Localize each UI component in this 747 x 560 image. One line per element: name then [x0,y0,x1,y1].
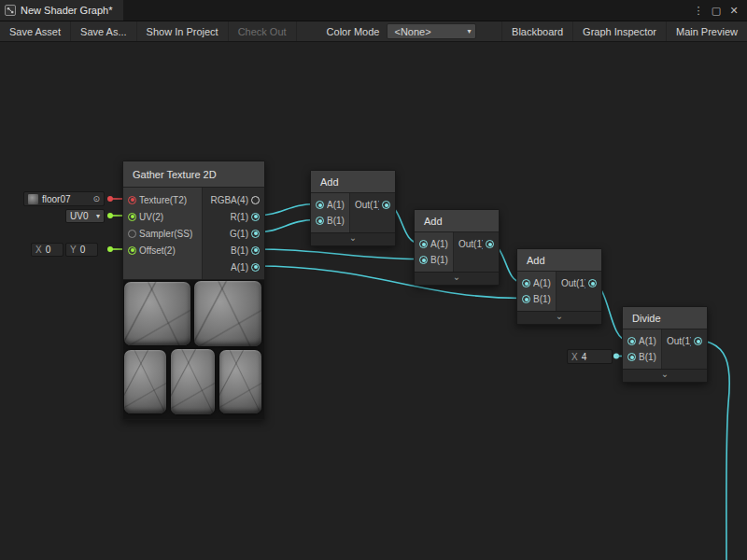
port-row-b: B(1) [517,291,556,307]
sampler-input-label: Sampler(SS) [139,229,192,239]
save-asset-button[interactable]: Save Asset [0,21,71,41]
rgba-output-port[interactable] [251,196,260,204]
port-row-offset: Offset(2) [123,242,202,259]
window-title: New Shader Graph* [21,5,112,16]
divide-b-connector-dot[interactable] [613,354,619,359]
divide-b-label: B(1) [639,352,656,362]
add3-a-input-port[interactable] [522,279,530,287]
texture-connector-dot[interactable] [107,196,113,202]
divide-a-label: A(1) [639,336,656,346]
uv-connector-dot[interactable] [107,213,113,218]
port-row-out: Out(1) [454,236,499,252]
uv-input-port[interactable] [128,213,136,221]
r-output-label: R(1) [231,212,248,222]
add1-output-ports: Out(1) [349,193,395,232]
add2-collapse-chevron-icon[interactable]: ⌄ [415,272,499,285]
node-add-3[interactable]: Add A(1) B(1) Out(1) ⌄ [516,248,602,325]
divide-b-axis-label: X [571,352,578,362]
window-maximize-icon[interactable]: ▢ [709,5,724,17]
uv-channel-value: UV0 [70,211,88,221]
add1-collapse-chevron-icon[interactable]: ⌄ [311,232,395,245]
gather-input-ports: Texture(T2) UV(2) Sampler(SS) Offset(2) [123,188,202,279]
r-output-port[interactable] [251,213,260,221]
texture-preview [123,279,264,419]
port-row-a: A(1) [517,275,556,291]
add1-node-body: A(1) B(1) Out(1) [311,193,395,232]
divide-out-label: Out(1) [667,336,691,346]
uv-channel-dropdown[interactable]: UV0 ▾ [65,209,105,223]
add3-out-port[interactable] [588,279,597,287]
divide-collapse-chevron-icon[interactable]: ⌄ [623,369,707,382]
node-add-2[interactable]: Add A(1) B(1) Out(1) ⌄ [414,209,500,286]
add1-b-label: B(1) [327,216,345,226]
graph-inspector-toggle-button[interactable]: Graph Inspector [572,21,666,41]
add2-output-ports: Out(1) [453,232,499,272]
port-row-r: R(1) [203,208,264,225]
add2-b-label: B(1) [430,255,448,265]
add3-collapse-chevron-icon[interactable]: ⌄ [517,311,601,324]
port-row-b: B(1) [415,252,453,268]
window-tab[interactable]: New Shader Graph* [0,0,123,21]
node-add-1[interactable]: Add A(1) B(1) Out(1) ⌄ [310,170,396,246]
window-menu-icon[interactable]: ⋮ [691,5,706,17]
gather-node-title[interactable]: Gather Texture 2D [123,161,264,188]
offset-y-value: 0 [80,245,86,255]
dropdown-arrow-icon: ▾ [467,27,471,35]
offset-input-port[interactable] [128,246,136,255]
divide-b-input-port[interactable] [627,353,636,361]
show-in-project-button[interactable]: Show In Project [137,21,229,41]
sampler-input-port[interactable] [128,230,136,238]
offset-connector-dot[interactable] [107,246,113,252]
main-preview-toggle-button[interactable]: Main Preview [666,21,747,41]
port-row-uv: UV(2) [123,208,202,225]
divide-b-value: 4 [582,352,587,362]
g-output-port[interactable] [251,230,260,238]
port-row-a: A(1) [311,197,349,213]
add1-b-input-port[interactable] [316,217,324,225]
add1-input-ports: A(1) B(1) [311,193,349,232]
add1-node-title[interactable]: Add [311,171,395,193]
blackboard-toggle-button[interactable]: Blackboard [501,21,572,41]
window-titlebar: New Shader Graph* ⋮ ▢ ✕ [0,0,747,21]
node-gather-texture-2d[interactable]: Gather Texture 2D Texture(T2) UV(2) Samp… [122,161,265,420]
b-output-port[interactable] [251,246,260,255]
offset-x-field[interactable]: X 0 [31,243,63,257]
texture-field-value: floor07 [42,194,71,204]
add1-a-label: A(1) [327,200,345,210]
window-close-icon[interactable]: ✕ [726,5,741,17]
add2-out-port[interactable] [486,240,494,248]
gather-output-ports: RGBA(4) R(1) G(1) B(1) A(1) [202,188,264,279]
preview-tile [171,349,215,414]
divide-out-port[interactable] [694,337,702,345]
preview-tile [219,350,261,413]
dropdown-arrow-icon: ▾ [96,212,100,220]
divide-node-body: A(1) B(1) Out(1) [623,329,707,369]
offset-y-field[interactable]: Y 0 [65,243,98,257]
divide-node-title[interactable]: Divide [623,307,707,329]
add2-a-input-port[interactable] [419,240,428,248]
divide-a-input-port[interactable] [627,337,636,345]
add3-out-label: Out(1) [561,278,585,288]
wire-b-to-add2-b[interactable] [255,249,419,259]
color-mode-dropdown[interactable]: <None> ▾ [387,23,476,39]
texture-object-field[interactable]: floor07 ⊙ [23,191,105,206]
add3-b-input-port[interactable] [522,295,530,303]
add2-node-title[interactable]: Add [415,210,499,232]
add1-out-port[interactable] [382,201,390,209]
divide-b-value-field[interactable]: X 4 [567,349,613,364]
node-divide[interactable]: Divide A(1) B(1) Out(1) ⌄ [622,306,708,383]
add3-node-body: A(1) B(1) Out(1) [517,272,601,311]
add2-node-body: A(1) B(1) Out(1) [415,232,499,272]
add1-a-input-port[interactable] [316,201,324,209]
add3-node-title[interactable]: Add [517,249,601,272]
texture-input-port[interactable] [128,196,136,204]
save-as-button[interactable]: Save As... [71,21,137,41]
object-picker-icon[interactable]: ⊙ [92,194,100,203]
add3-output-ports: Out(1) [556,272,601,311]
port-row-texture: Texture(T2) [123,191,202,208]
port-row-b: B(1) [203,242,264,259]
a-output-port[interactable] [251,263,260,272]
add2-b-input-port[interactable] [419,256,428,264]
port-row-b: B(1) [623,349,661,365]
port-row-g: G(1) [203,225,264,242]
